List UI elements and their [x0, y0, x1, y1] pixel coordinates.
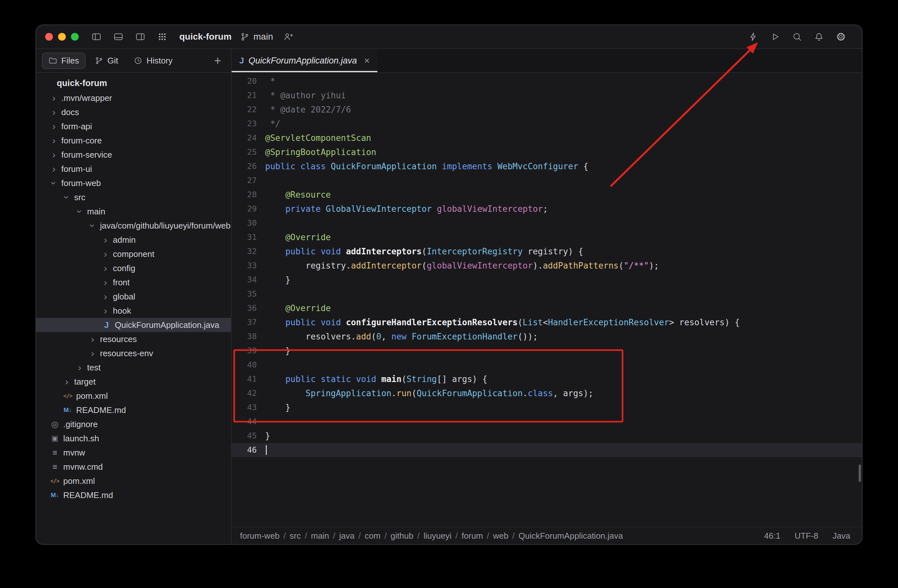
chevron-right-icon[interactable]: ›: [49, 91, 59, 105]
code-line-37[interactable]: 37 public void configureHandlerException…: [232, 315, 862, 330]
code-line-46[interactable]: 46: [232, 443, 862, 457]
tree-item-pom-xml[interactable]: </>pom.xml: [36, 474, 231, 488]
chevron-right-icon[interactable]: ›: [88, 346, 97, 361]
breadcrumb-item[interactable]: java: [339, 531, 355, 541]
code-line-31[interactable]: 31 @Override: [232, 230, 862, 244]
add-view-button[interactable]: +: [210, 54, 225, 67]
tree-item-readme-md[interactable]: M↓README.md: [36, 403, 231, 417]
chevron-down-icon[interactable]: ›: [86, 221, 100, 230]
chevron-down-icon[interactable]: ›: [47, 178, 61, 188]
minimize-button[interactable]: [58, 33, 66, 41]
tree-item-forum-ui[interactable]: ›forum-ui: [36, 162, 231, 176]
tree-item-front[interactable]: ›front: [36, 275, 231, 290]
tree-item-admin[interactable]: ›admin: [36, 233, 231, 247]
chevron-right-icon[interactable]: ›: [62, 375, 72, 389]
editor-tab-quickforumapplication[interactable]: J QuickForumApplication.java ×: [232, 49, 377, 72]
tree-item-java-com-github-liuyueyi-forum-web[interactable]: ›java/com/github/liuyueyi/forum/web: [36, 218, 231, 233]
code-line-41[interactable]: 41 public static void main(String[] args…: [232, 372, 862, 386]
chevron-right-icon[interactable]: ›: [101, 233, 110, 247]
chevron-right-icon[interactable]: ›: [101, 290, 110, 304]
breadcrumb-item[interactable]: liuyueyi: [423, 531, 452, 541]
tree-item-quickforumapplication-java[interactable]: JQuickForumApplication.java: [36, 318, 231, 332]
breadcrumb-item[interactable]: forum-web: [240, 531, 280, 541]
code-line-22[interactable]: 22 * @date 2022/7/6: [232, 103, 862, 117]
toggle-left-panel-icon[interactable]: [91, 31, 102, 42]
chevron-right-icon[interactable]: ›: [101, 247, 110, 261]
file-encoding[interactable]: UTF-8: [795, 531, 818, 541]
code-line-34[interactable]: 34 }: [232, 273, 862, 287]
notifications-bell-icon[interactable]: [813, 31, 824, 42]
breadcrumb-item[interactable]: github: [391, 531, 414, 541]
tree-item-test[interactable]: ›test: [36, 361, 231, 375]
code-line-25[interactable]: 25@SpringBootApplication: [232, 145, 862, 159]
tree-item-gitignore[interactable]: ◎.gitignore: [36, 417, 231, 431]
tree-item-resources-env[interactable]: ›resources-env: [36, 346, 231, 361]
chevron-right-icon[interactable]: ›: [49, 162, 59, 176]
tab-git[interactable]: Git: [88, 52, 125, 69]
tree-item-component[interactable]: ›component: [36, 247, 231, 261]
tree-item-global[interactable]: ›global: [36, 290, 231, 304]
tree-item-src[interactable]: ›src: [36, 190, 231, 204]
chevron-right-icon[interactable]: ›: [75, 361, 85, 375]
chevron-right-icon[interactable]: ›: [49, 134, 59, 147]
zoom-button[interactable]: [71, 33, 79, 41]
file-language[interactable]: Java: [832, 531, 850, 541]
chevron-right-icon[interactable]: ›: [49, 119, 59, 134]
search-icon[interactable]: [792, 31, 803, 42]
tree-item-hook[interactable]: ›hook: [36, 304, 231, 318]
code-line-24[interactable]: 24@ServletComponentScan: [232, 131, 862, 145]
code-line-36[interactable]: 36 @Override: [232, 301, 862, 315]
code-line-40[interactable]: 40: [232, 358, 862, 372]
code-line-27[interactable]: 27: [232, 173, 862, 187]
code-line-30[interactable]: 30: [232, 216, 862, 230]
tree-item-mvnw-cmd[interactable]: ≡mvnw.cmd: [36, 460, 231, 474]
tree-item-forum-core[interactable]: ›forum-core: [36, 134, 231, 147]
tree-item-resources[interactable]: ›resources: [36, 332, 231, 346]
code-editor[interactable]: 20 *21 * @author yihui22 * @date 2022/7/…: [232, 73, 862, 527]
tree-item-config[interactable]: ›config: [36, 261, 231, 275]
tree-item-launch-sh[interactable]: ▣launch.sh: [36, 431, 231, 445]
breadcrumb-item[interactable]: QuickForumApplication.java: [519, 531, 623, 541]
tree-item-mvn-wrapper[interactable]: ›.mvn/wrapper: [36, 91, 231, 105]
code-line-43[interactable]: 43 }: [232, 401, 862, 415]
workspaces-grid-icon[interactable]: [157, 31, 168, 42]
chevron-right-icon[interactable]: ›: [101, 304, 110, 318]
code-line-26[interactable]: 26public class QuickForumApplication imp…: [232, 159, 862, 173]
code-line-29[interactable]: 29 private GlobalViewInterceptor globalV…: [232, 202, 862, 216]
code-line-32[interactable]: 32 public void addInterceptors(Intercept…: [232, 244, 862, 258]
cursor-position[interactable]: 46:1: [764, 531, 781, 541]
code-line-38[interactable]: 38 resolvers.add(0, new ForumExceptionHa…: [232, 330, 862, 344]
chevron-right-icon[interactable]: ›: [88, 332, 97, 346]
code-line-23[interactable]: 23 */: [232, 117, 862, 131]
tree-item-target[interactable]: ›target: [36, 375, 231, 389]
code-line-20[interactable]: 20 *: [232, 74, 862, 88]
tree-item-readme-md[interactable]: M↓README.md: [36, 488, 231, 502]
run-play-icon[interactable]: [770, 31, 781, 42]
tab-files[interactable]: Files: [42, 52, 86, 69]
close-button[interactable]: [45, 33, 53, 41]
toggle-right-panel-icon[interactable]: [135, 31, 146, 42]
chevron-right-icon[interactable]: ›: [101, 275, 110, 290]
tree-item-forum-service[interactable]: ›forum-service: [36, 147, 231, 162]
breadcrumb-item[interactable]: com: [365, 531, 381, 541]
collaborate-icon[interactable]: [283, 31, 294, 42]
tree-item-forum-web[interactable]: ›forum-web: [36, 176, 231, 190]
tree-item-docs[interactable]: ›docs: [36, 105, 231, 119]
tree-item-main[interactable]: ›main: [36, 204, 231, 218]
code-line-33[interactable]: 33 registry.addInterceptor(globalViewInt…: [232, 258, 862, 273]
tab-close-icon[interactable]: ×: [364, 55, 370, 66]
chevron-down-icon[interactable]: ›: [60, 192, 74, 202]
breadcrumb-item[interactable]: forum: [461, 531, 483, 541]
scrollbar-thumb[interactable]: [859, 465, 861, 482]
code-line-45[interactable]: 45}: [232, 429, 862, 443]
breadcrumb-item[interactable]: web: [493, 531, 509, 541]
chevron-right-icon[interactable]: ›: [101, 261, 110, 275]
code-line-35[interactable]: 35: [232, 287, 862, 301]
code-line-21[interactable]: 21 * @author yihui: [232, 88, 862, 103]
branch-switcher[interactable]: main: [240, 32, 273, 42]
code-line-39[interactable]: 39 }: [232, 344, 862, 358]
breadcrumb-item[interactable]: src: [290, 531, 301, 541]
breadcrumb-item[interactable]: main: [311, 531, 329, 541]
chevron-down-icon[interactable]: ›: [72, 207, 87, 216]
tab-history[interactable]: History: [127, 52, 179, 69]
